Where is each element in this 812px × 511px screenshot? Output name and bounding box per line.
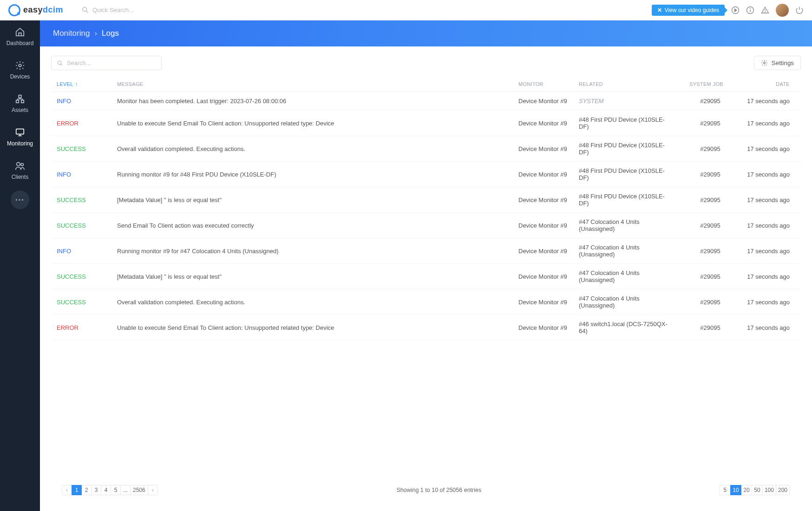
level-badge: INFO (57, 98, 71, 105)
level-badge: SUCCESS (57, 273, 86, 280)
svg-line-24 (61, 64, 62, 65)
video-guides-label: View our video guides (665, 7, 719, 13)
table-row[interactable]: ERRORUnable to execute Send Email To Cli… (51, 111, 801, 136)
level-badge: SUCCESS (57, 145, 86, 152)
cell-message: Unable to execute Send Email To Client a… (111, 315, 513, 341)
cell-message: Unable to execute Send Email To Client a… (111, 111, 513, 136)
cell-job: #29095 (680, 238, 740, 264)
svg-rect-11 (19, 95, 21, 98)
cell-job: #29095 (680, 289, 740, 315)
user-avatar[interactable] (776, 4, 789, 17)
table-row[interactable]: ERRORUnable to execute Send Email To Cli… (51, 315, 801, 341)
table-row[interactable]: SUCCESSOverall validation completed. Exe… (51, 136, 801, 162)
search-icon (57, 60, 63, 66)
cell-related: #47 Colocation 4 Units (Unassigned) (573, 213, 680, 238)
table-search-input[interactable] (67, 59, 156, 66)
page-5[interactable]: 5 (111, 485, 121, 495)
alert-icon[interactable] (761, 6, 769, 14)
logo[interactable]: easydcim (8, 4, 63, 16)
svg-rect-12 (16, 100, 19, 103)
sidebar: Dashboard Devices Assets Monitoring Clie… (0, 0, 40, 511)
users-icon (15, 161, 25, 171)
cell-related: #47 Colocation 4 Units (Unassigned) (573, 264, 680, 289)
page-3[interactable]: 3 (91, 485, 101, 495)
page-size-5[interactable]: 5 (720, 485, 731, 495)
page-size-100[interactable]: 100 (762, 485, 776, 495)
col-level[interactable]: LEVEL↑ (51, 77, 111, 92)
page-size-200[interactable]: 200 (776, 485, 790, 495)
page-2[interactable]: 2 (81, 485, 92, 495)
cell-monitor: Device Monitor #9 (513, 289, 573, 315)
cell-related: #48 First PDU Device (X10SLE-DF) (573, 111, 680, 136)
table-footer: ‹12345...2506› Showing 1 to 10 of 25056 … (51, 478, 801, 502)
logo-text: easydcim (23, 5, 63, 15)
level-badge: INFO (57, 248, 71, 255)
table-row[interactable]: SUCCESSSend Email To Client action was e… (51, 213, 801, 238)
sort-asc-icon: ↑ (75, 81, 78, 87)
entries-summary: Showing 1 to 10 of 25056 entries (396, 487, 481, 493)
level-badge: SUCCESS (57, 222, 86, 229)
level-badge: ERROR (57, 324, 79, 331)
close-icon[interactable]: ✕ (657, 7, 662, 13)
cell-monitor: Device Monitor #9 (513, 315, 573, 341)
nav-assets[interactable]: Assets (0, 87, 40, 120)
page-next[interactable]: › (148, 485, 158, 495)
table-row[interactable]: INFORunning monitor #9 for #48 First PDU… (51, 162, 801, 187)
cell-monitor: Device Monitor #9 (513, 264, 573, 289)
table-row[interactable]: SUCCESSOverall validation completed. Exe… (51, 289, 801, 315)
cell-related: #48 First PDU Device (X10SLE-DF) (573, 136, 680, 162)
cell-job: #29095 (680, 111, 740, 136)
cell-message: [Metadata Value] " is less or equal test… (111, 264, 513, 289)
cell-date: 17 seconds ago (740, 213, 801, 238)
global-search-input[interactable] (92, 7, 232, 13)
table-search[interactable] (51, 56, 162, 70)
page-...: ... (120, 485, 131, 495)
page-size-10[interactable]: 10 (730, 485, 741, 495)
breadcrumb-parent[interactable]: Monitoring (53, 29, 90, 38)
cell-job: #29095 (680, 92, 740, 111)
cell-date: 17 seconds ago (740, 289, 801, 315)
cell-monitor: Device Monitor #9 (513, 238, 573, 264)
table-row[interactable]: INFOMonitor has been completed. Last tri… (51, 92, 801, 111)
cell-message: Running monitor #9 for #47 Colocation 4 … (111, 238, 513, 264)
page-size-20[interactable]: 20 (741, 485, 752, 495)
table-row[interactable]: SUCCESS[Metadata Value] " is less or equ… (51, 264, 801, 289)
page-4[interactable]: 4 (101, 485, 111, 495)
page-2506[interactable]: 2506 (130, 485, 148, 495)
cell-date: 17 seconds ago (740, 187, 801, 213)
svg-point-0 (83, 7, 87, 12)
col-date[interactable]: DATE (740, 77, 801, 92)
svg-point-22 (21, 164, 24, 166)
settings-button[interactable]: Settings (754, 56, 801, 70)
table-row[interactable]: INFORunning monitor #9 for #47 Colocatio… (51, 238, 801, 264)
col-related[interactable]: RELATED (573, 77, 680, 92)
video-guides-banner[interactable]: ✕ View our video guides (652, 5, 725, 16)
page-size-50[interactable]: 50 (752, 485, 763, 495)
col-system-job[interactable]: SYSTEM JOB (680, 77, 740, 92)
svg-marker-3 (735, 9, 737, 12)
page-prev[interactable]: ‹ (62, 485, 72, 495)
nav-dashboard[interactable]: Dashboard (0, 20, 40, 53)
svg-line-1 (86, 11, 88, 13)
chevron-right-icon: › (94, 29, 97, 38)
page-1[interactable]: 1 (72, 485, 82, 495)
col-message[interactable]: MESSAGE (111, 77, 513, 92)
svg-point-21 (17, 163, 20, 166)
table-row[interactable]: SUCCESS[Metadata Value] " is less or equ… (51, 187, 801, 213)
nav-clients[interactable]: Clients (0, 154, 40, 187)
breadcrumb: Monitoring › Logs (40, 20, 812, 46)
nav-monitoring[interactable]: Monitoring (0, 121, 40, 153)
cell-job: #29095 (680, 213, 740, 238)
global-search[interactable] (82, 7, 652, 13)
info-icon[interactable] (746, 6, 754, 14)
col-monitor[interactable]: MONITOR (513, 77, 573, 92)
assets-icon (15, 94, 25, 104)
cell-date: 17 seconds ago (740, 238, 801, 264)
cell-monitor: Device Monitor #9 (513, 136, 573, 162)
logo-mark-icon (8, 4, 20, 16)
nav-more[interactable]: ••• (11, 190, 29, 209)
page-size-selector: 5102050100200 (720, 485, 790, 495)
power-icon[interactable] (795, 6, 804, 14)
nav-devices[interactable]: Devices (0, 54, 40, 86)
play-icon[interactable] (731, 6, 740, 14)
